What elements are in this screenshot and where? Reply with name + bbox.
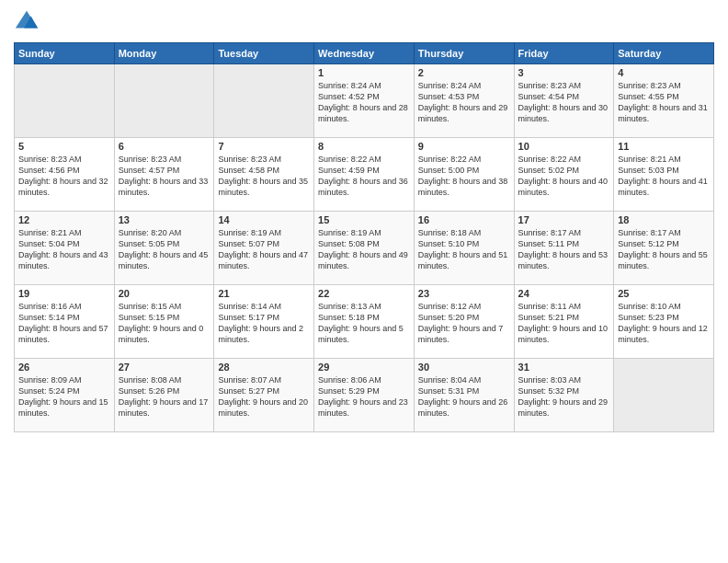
day-cell: 11Sunrise: 8:21 AM Sunset: 5:03 PM Dayli… <box>614 138 714 212</box>
day-number: 22 <box>318 288 410 299</box>
day-number: 26 <box>18 362 110 373</box>
day-cell: 7Sunrise: 8:23 AM Sunset: 4:58 PM Daylig… <box>214 138 314 212</box>
day-info: Sunrise: 8:17 AM Sunset: 5:11 PM Dayligh… <box>518 227 610 272</box>
day-info: Sunrise: 8:07 AM Sunset: 5:27 PM Dayligh… <box>218 374 310 419</box>
day-cell: 15Sunrise: 8:19 AM Sunset: 5:08 PM Dayli… <box>314 212 415 285</box>
day-number: 9 <box>418 141 510 152</box>
day-header-sunday: Sunday <box>15 43 115 64</box>
day-info: Sunrise: 8:23 AM Sunset: 4:54 PM Dayligh… <box>518 80 610 125</box>
day-cell: 3Sunrise: 8:23 AM Sunset: 4:54 PM Daylig… <box>514 64 614 138</box>
day-cell: 29Sunrise: 8:06 AM Sunset: 5:29 PM Dayli… <box>314 359 415 432</box>
day-number: 5 <box>18 141 110 152</box>
day-cell: 4Sunrise: 8:23 AM Sunset: 4:55 PM Daylig… <box>614 64 714 138</box>
day-number: 25 <box>618 288 710 299</box>
calendar-table: SundayMondayTuesdayWednesdayThursdayFrid… <box>14 42 714 432</box>
day-number: 21 <box>218 288 310 299</box>
day-cell: 19Sunrise: 8:16 AM Sunset: 5:14 PM Dayli… <box>15 285 115 359</box>
day-number: 27 <box>119 362 210 373</box>
day-number: 19 <box>18 288 110 299</box>
week-row-2: 5Sunrise: 8:23 AM Sunset: 4:56 PM Daylig… <box>15 138 714 212</box>
day-cell: 1Sunrise: 8:24 AM Sunset: 4:52 PM Daylig… <box>314 64 415 138</box>
day-info: Sunrise: 8:18 AM Sunset: 5:10 PM Dayligh… <box>418 227 510 272</box>
days-header-row: SundayMondayTuesdayWednesdayThursdayFrid… <box>15 43 714 64</box>
day-cell: 24Sunrise: 8:11 AM Sunset: 5:21 PM Dayli… <box>514 285 614 359</box>
day-cell: 8Sunrise: 8:22 AM Sunset: 4:59 PM Daylig… <box>314 138 415 212</box>
day-number: 20 <box>119 288 210 299</box>
day-number: 13 <box>119 214 210 225</box>
day-cell: 16Sunrise: 8:18 AM Sunset: 5:10 PM Dayli… <box>414 212 514 285</box>
day-info: Sunrise: 8:19 AM Sunset: 5:07 PM Dayligh… <box>218 227 310 272</box>
day-number: 18 <box>618 214 710 225</box>
day-info: Sunrise: 8:03 AM Sunset: 5:32 PM Dayligh… <box>518 374 610 419</box>
day-info: Sunrise: 8:21 AM Sunset: 5:04 PM Dayligh… <box>18 227 110 272</box>
day-info: Sunrise: 8:17 AM Sunset: 5:12 PM Dayligh… <box>618 227 710 272</box>
day-header-wednesday: Wednesday <box>314 43 415 64</box>
day-number: 4 <box>618 67 710 78</box>
day-number: 28 <box>218 362 310 373</box>
day-number: 2 <box>418 67 510 78</box>
day-cell: 25Sunrise: 8:10 AM Sunset: 5:23 PM Dayli… <box>614 285 714 359</box>
day-number: 17 <box>518 214 610 225</box>
calendar-header: SundayMondayTuesdayWednesdayThursdayFrid… <box>15 43 714 64</box>
day-info: Sunrise: 8:14 AM Sunset: 5:17 PM Dayligh… <box>218 301 310 346</box>
week-row-3: 12Sunrise: 8:21 AM Sunset: 5:04 PM Dayli… <box>15 212 714 285</box>
week-row-5: 26Sunrise: 8:09 AM Sunset: 5:24 PM Dayli… <box>15 359 714 432</box>
calendar-body: 1Sunrise: 8:24 AM Sunset: 4:52 PM Daylig… <box>15 64 714 432</box>
day-header-friday: Friday <box>514 43 614 64</box>
day-cell: 31Sunrise: 8:03 AM Sunset: 5:32 PM Dayli… <box>514 359 614 432</box>
day-cell: 18Sunrise: 8:17 AM Sunset: 5:12 PM Dayli… <box>614 212 714 285</box>
day-header-saturday: Saturday <box>614 43 714 64</box>
day-number: 16 <box>418 214 510 225</box>
day-cell <box>15 64 115 138</box>
day-number: 11 <box>618 141 710 152</box>
day-number: 7 <box>218 141 310 152</box>
day-number: 15 <box>318 214 410 225</box>
day-info: Sunrise: 8:23 AM Sunset: 4:56 PM Dayligh… <box>18 154 110 199</box>
day-number: 1 <box>318 67 410 78</box>
day-info: Sunrise: 8:22 AM Sunset: 5:02 PM Dayligh… <box>518 154 610 199</box>
day-cell: 23Sunrise: 8:12 AM Sunset: 5:20 PM Dayli… <box>414 285 514 359</box>
day-cell: 27Sunrise: 8:08 AM Sunset: 5:26 PM Dayli… <box>114 359 214 432</box>
day-number: 14 <box>218 214 310 225</box>
week-row-1: 1Sunrise: 8:24 AM Sunset: 4:52 PM Daylig… <box>15 64 714 138</box>
day-cell: 2Sunrise: 8:24 AM Sunset: 4:53 PM Daylig… <box>414 64 514 138</box>
day-cell: 12Sunrise: 8:21 AM Sunset: 5:04 PM Dayli… <box>15 212 115 285</box>
day-info: Sunrise: 8:24 AM Sunset: 4:52 PM Dayligh… <box>318 80 410 125</box>
day-info: Sunrise: 8:16 AM Sunset: 5:14 PM Dayligh… <box>18 301 110 346</box>
day-info: Sunrise: 8:13 AM Sunset: 5:18 PM Dayligh… <box>318 301 410 346</box>
day-header-thursday: Thursday <box>414 43 514 64</box>
day-header-tuesday: Tuesday <box>214 43 314 64</box>
day-cell: 13Sunrise: 8:20 AM Sunset: 5:05 PM Dayli… <box>114 212 214 285</box>
day-info: Sunrise: 8:19 AM Sunset: 5:08 PM Dayligh… <box>318 227 410 272</box>
day-cell: 20Sunrise: 8:15 AM Sunset: 5:15 PM Dayli… <box>114 285 214 359</box>
day-cell: 22Sunrise: 8:13 AM Sunset: 5:18 PM Dayli… <box>314 285 415 359</box>
day-info: Sunrise: 8:09 AM Sunset: 5:24 PM Dayligh… <box>18 374 110 419</box>
day-number: 12 <box>18 214 110 225</box>
day-cell: 5Sunrise: 8:23 AM Sunset: 4:56 PM Daylig… <box>15 138 115 212</box>
week-row-4: 19Sunrise: 8:16 AM Sunset: 5:14 PM Dayli… <box>15 285 714 359</box>
day-number: 24 <box>518 288 610 299</box>
day-info: Sunrise: 8:20 AM Sunset: 5:05 PM Dayligh… <box>119 227 210 272</box>
day-cell: 21Sunrise: 8:14 AM Sunset: 5:17 PM Dayli… <box>214 285 314 359</box>
page-header <box>14 9 714 35</box>
day-info: Sunrise: 8:10 AM Sunset: 5:23 PM Dayligh… <box>618 301 710 346</box>
day-number: 30 <box>418 362 510 373</box>
day-number: 23 <box>418 288 510 299</box>
day-info: Sunrise: 8:15 AM Sunset: 5:15 PM Dayligh… <box>119 301 210 346</box>
day-info: Sunrise: 8:12 AM Sunset: 5:20 PM Dayligh… <box>418 301 510 346</box>
calendar-page: SundayMondayTuesdayWednesdayThursdayFrid… <box>0 0 728 563</box>
day-number: 3 <box>518 67 610 78</box>
day-number: 10 <box>518 141 610 152</box>
day-info: Sunrise: 8:23 AM Sunset: 4:58 PM Dayligh… <box>218 154 310 199</box>
day-info: Sunrise: 8:23 AM Sunset: 4:57 PM Dayligh… <box>119 154 210 199</box>
day-cell: 6Sunrise: 8:23 AM Sunset: 4:57 PM Daylig… <box>114 138 214 212</box>
day-info: Sunrise: 8:11 AM Sunset: 5:21 PM Dayligh… <box>518 301 610 346</box>
day-info: Sunrise: 8:06 AM Sunset: 5:29 PM Dayligh… <box>318 374 410 419</box>
day-cell: 9Sunrise: 8:22 AM Sunset: 5:00 PM Daylig… <box>414 138 514 212</box>
day-info: Sunrise: 8:23 AM Sunset: 4:55 PM Dayligh… <box>618 80 710 125</box>
day-cell: 26Sunrise: 8:09 AM Sunset: 5:24 PM Dayli… <box>15 359 115 432</box>
day-info: Sunrise: 8:22 AM Sunset: 4:59 PM Dayligh… <box>318 154 410 199</box>
day-cell <box>114 64 214 138</box>
day-cell: 10Sunrise: 8:22 AM Sunset: 5:02 PM Dayli… <box>514 138 614 212</box>
day-info: Sunrise: 8:21 AM Sunset: 5:03 PM Dayligh… <box>618 154 710 199</box>
